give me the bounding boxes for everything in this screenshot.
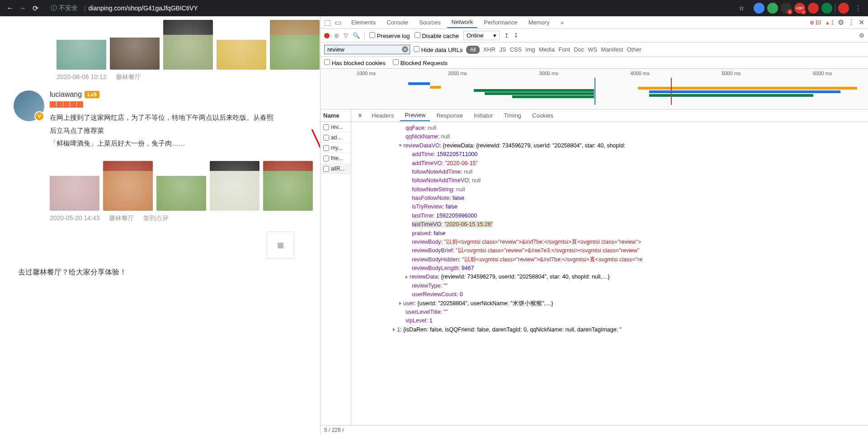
gear-icon[interactable]: ⚙ xyxy=(859,32,864,39)
request-row[interactable]: my... xyxy=(321,143,351,153)
search-icon[interactable]: 🔍 xyxy=(353,32,360,39)
request-list: Name rev... ad... my... frie... allR... xyxy=(321,109,351,425)
network-status: 5 / 228 r xyxy=(321,425,868,435)
reload-button[interactable]: ⟳ xyxy=(29,2,42,14)
gear-icon[interactable]: ⚙ xyxy=(838,18,844,27)
adblock-icon[interactable]: ABP4 xyxy=(794,3,805,14)
filter-type-doc[interactable]: Doc xyxy=(574,46,584,53)
star-icon[interactable]: ☆ xyxy=(739,5,745,12)
preserve-log-checkbox[interactable]: Preserve log xyxy=(369,32,410,39)
detail-tab-cookies[interactable]: Cookies xyxy=(528,110,558,121)
request-row[interactable]: rev... xyxy=(321,122,351,132)
filter-type-all[interactable]: All xyxy=(466,46,479,54)
inspect-icon[interactable]: ⬚ xyxy=(324,18,331,27)
filter-type-img[interactable]: Img xyxy=(525,46,535,53)
username[interactable]: luciawang Lv6 xyxy=(50,90,320,99)
filter-icon[interactable]: ▽ xyxy=(344,32,348,39)
cookies-filter-bar: Has blocked cookies Blocked Requests xyxy=(321,57,868,69)
filter-type-ws[interactable]: WS xyxy=(588,46,597,53)
profile-icon[interactable] xyxy=(838,3,849,14)
request-row[interactable]: frie... xyxy=(321,153,351,164)
review-restaurant[interactable]: 馨林餐厅 xyxy=(109,214,134,222)
filter-type-xhr[interactable]: XHR xyxy=(483,46,495,53)
tab-sources[interactable]: Sources xyxy=(415,17,445,28)
preview-json[interactable]: qqFace: null qqNickName: null reviewData… xyxy=(351,122,868,425)
filter-input[interactable] xyxy=(324,45,410,54)
ext-icon[interactable] xyxy=(767,3,778,14)
address-bar[interactable]: ⓘ 不安全 | dianping.com/shop/G41gaJfqGBICti… xyxy=(45,2,750,14)
warning-count[interactable]: ▲ 1 xyxy=(825,19,834,26)
food-photo[interactable] xyxy=(263,161,313,211)
clear-icon[interactable]: ⊘ xyxy=(334,32,339,39)
filter-type-font[interactable]: Font xyxy=(558,46,570,53)
detail-tabs: ✕ Headers Preview Response Initiator Tim… xyxy=(351,109,868,122)
browser-toolbar: ← → ⟳ ⓘ 不安全 | dianping.com/shop/G41gaJfq… xyxy=(0,0,868,16)
request-detail: ✕ Headers Preview Response Initiator Tim… xyxy=(351,109,868,425)
ext-icon[interactable] xyxy=(808,3,819,14)
filter-type-js[interactable]: JS xyxy=(499,46,506,53)
filter-type-media[interactable]: Media xyxy=(539,46,555,53)
tab-performance[interactable]: Performance xyxy=(479,17,522,28)
request-row[interactable]: allR... xyxy=(321,164,351,174)
menu-icon[interactable]: ⋮ xyxy=(848,18,855,27)
food-photo[interactable] xyxy=(156,161,206,211)
blocked-cookies-checkbox[interactable]: Has blocked cookies xyxy=(324,59,386,66)
forward-button[interactable]: → xyxy=(16,2,29,14)
user-avatar[interactable]: V xyxy=(14,90,44,121)
food-photo[interactable] xyxy=(103,161,153,211)
record-button[interactable] xyxy=(324,33,330,38)
filter-type-css[interactable]: CSS xyxy=(509,46,522,53)
review-sign: 签到点评 xyxy=(143,214,169,222)
back-button[interactable]: ← xyxy=(4,2,16,14)
review-restaurant[interactable]: 馨林餐厅 xyxy=(116,73,141,81)
share-prompt: 去过馨林餐厅？给大家分享体验！ xyxy=(5,259,320,277)
device-icon[interactable]: ▭ xyxy=(335,18,341,27)
review-photo-row xyxy=(5,16,320,70)
review-item: V luciawang Lv6 在网上搜到了这家网红店，为了不等位，特地下午两点… xyxy=(5,81,320,222)
detail-tab-headers[interactable]: Headers xyxy=(367,110,398,121)
ext-icon[interactable] xyxy=(821,3,832,14)
tab-console[interactable]: Console xyxy=(382,17,413,28)
food-photo[interactable] xyxy=(210,161,259,211)
clear-filter-icon[interactable]: ✕ xyxy=(402,46,408,52)
review-meta: 2020-05-20 14:43 馨林餐厅 签到点评 xyxy=(50,211,320,222)
url-text: dianping.com/shop/G41gaJfqGBICtiVY xyxy=(89,5,198,12)
tab-memory[interactable]: Memory xyxy=(524,17,554,28)
tab-more[interactable]: » xyxy=(556,17,568,28)
detail-tab-timing[interactable]: Timing xyxy=(500,110,526,121)
food-photo[interactable] xyxy=(50,161,99,211)
tab-network[interactable]: Network xyxy=(447,17,478,28)
food-photo[interactable] xyxy=(57,20,106,70)
hide-urls-checkbox[interactable]: Hide data URLs xyxy=(414,46,462,53)
level-badge: Lv6 xyxy=(85,91,99,98)
menu-icon[interactable]: ⋮ xyxy=(852,2,864,14)
disable-cache-checkbox[interactable]: Disable cache xyxy=(415,32,459,39)
filter-type-other[interactable]: Other xyxy=(627,46,642,53)
ext-icon[interactable] xyxy=(754,3,764,14)
food-photo[interactable] xyxy=(270,20,320,70)
filter-bar: ✕ Hide data URLs All XHR JS CSS Img Medi… xyxy=(321,43,868,57)
request-row[interactable]: ad... xyxy=(321,132,351,143)
food-photo[interactable] xyxy=(163,20,213,70)
detail-tab-preview[interactable]: Preview xyxy=(400,110,430,121)
close-icon[interactable]: ✕ xyxy=(859,18,864,27)
ext-icon[interactable]: 8 xyxy=(781,3,792,14)
detail-tab-initiator[interactable]: Initiator xyxy=(469,110,498,121)
review-meta: 2020-06-06 10:12 馨林餐厅 xyxy=(5,70,320,81)
qr-code[interactable]: ▦ xyxy=(267,232,294,259)
review-photo-row xyxy=(50,157,320,211)
upload-icon[interactable]: ↥ xyxy=(504,32,509,39)
close-detail-icon[interactable]: ✕ xyxy=(355,110,365,121)
name-column-header[interactable]: Name xyxy=(321,109,351,122)
food-photo[interactable] xyxy=(217,20,266,70)
devtools-panel: ⬚ ▭ Elements Console Sources Network Per… xyxy=(320,16,868,435)
tab-elements[interactable]: Elements xyxy=(347,17,380,28)
throttling-select[interactable]: Online ▾ xyxy=(463,31,500,40)
download-icon[interactable]: ↧ xyxy=(514,32,519,39)
error-count[interactable]: ⊗ 10 xyxy=(810,19,821,26)
detail-tab-response[interactable]: Response xyxy=(432,110,467,121)
filter-type-manifest[interactable]: Manifest xyxy=(601,46,623,53)
network-timeline[interactable]: 1000 ms 2000 ms 3000 ms 4000 ms 5000 ms … xyxy=(321,69,868,109)
blocked-requests-checkbox[interactable]: Blocked Requests xyxy=(393,59,448,66)
food-photo[interactable] xyxy=(110,20,160,70)
